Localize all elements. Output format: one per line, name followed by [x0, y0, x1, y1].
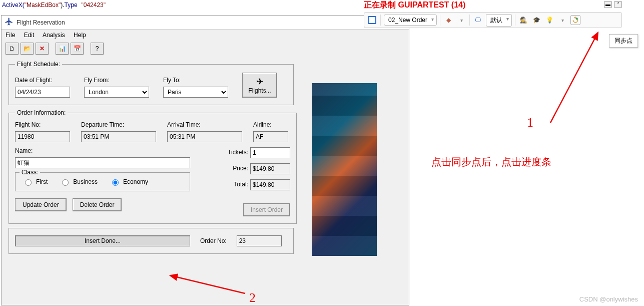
- open-button[interactable]: 📂: [21, 43, 34, 55]
- update-order-button[interactable]: Update Order: [15, 198, 67, 211]
- flight-schedule-legend: Flight Schedule:: [15, 61, 62, 68]
- price-label: Price:: [218, 165, 248, 172]
- total-field: [250, 179, 290, 190]
- menubar: File Edit Analysis Help: [2, 30, 409, 41]
- calendar-button[interactable]: 📅: [71, 43, 84, 55]
- monitor-icon[interactable]: 🖵: [473, 15, 483, 25]
- titlebar[interactable]: Flight Reservation —: [2, 16, 409, 30]
- order-information-group: Order Information: Flight No: Departure …: [9, 109, 297, 224]
- radio-economy[interactable]: Economy: [110, 178, 148, 186]
- name-input[interactable]: [15, 157, 190, 168]
- from-label: Fly From:: [84, 77, 149, 84]
- dep-label: Departure Time:: [81, 121, 156, 128]
- chart-button[interactable]: 📊: [56, 43, 69, 55]
- recording-header-buttons: ▬ ˄: [604, 1, 622, 8]
- action-combo[interactable]: 02_New Order: [384, 15, 437, 26]
- collage-image: [312, 83, 377, 256]
- progress-group: Insert Done... Order No:: [9, 228, 294, 254]
- sync-point-button[interactable]: [570, 15, 580, 25]
- annotation-text: 点击同步点后，点击进度条: [431, 155, 551, 169]
- flights-button[interactable]: ✈ Flights...: [242, 73, 277, 98]
- arr-label: Arrival Time:: [167, 121, 242, 128]
- stop-recording-button[interactable]: [367, 15, 377, 25]
- delete-button[interactable]: ✕: [36, 43, 49, 55]
- insert-order-button[interactable]: Insert Order: [243, 203, 290, 216]
- tickets-input[interactable]: [250, 147, 290, 158]
- annotation-2: 2: [249, 290, 256, 305]
- total-label: Total:: [218, 181, 248, 188]
- progress-bar[interactable]: Insert Done...: [15, 235, 190, 246]
- flightno-label: Flight No:: [15, 121, 70, 128]
- dropdown-icon[interactable]: ▾: [456, 15, 466, 25]
- flight-schedule-group: Flight Schedule: Date of Flight: Fly Fro…: [9, 61, 294, 105]
- to-select[interactable]: Paris: [163, 87, 228, 98]
- airline-label: Airline:: [253, 121, 288, 128]
- flight-reservation-window: Flight Reservation — File Edit Analysis …: [1, 15, 409, 305]
- to-label: Fly To:: [163, 77, 228, 84]
- collapse-button[interactable]: ˄: [614, 1, 622, 8]
- name-label: Name:: [15, 147, 190, 154]
- annotation-1: 1: [527, 115, 533, 130]
- svg-point-0: [576, 18, 578, 20]
- menu-help[interactable]: Help: [74, 32, 86, 39]
- window-title: Flight Reservation: [17, 19, 389, 26]
- airline-field: [253, 131, 288, 142]
- menu-file[interactable]: File: [6, 32, 15, 39]
- radio-first[interactable]: First: [23, 178, 48, 186]
- menu-edit[interactable]: Edit: [24, 32, 35, 39]
- class-group: Class: First Business Economy: [15, 172, 190, 191]
- order-legend: Order Information:: [15, 109, 68, 116]
- recording-header: 正在录制 GUIPARTEST (14): [364, 0, 465, 11]
- svg-line-1: [550, 33, 598, 123]
- class-legend: Class:: [20, 169, 40, 176]
- spy-icon[interactable]: 🕵: [518, 15, 528, 25]
- menu-analysis[interactable]: Analysis: [43, 32, 65, 39]
- dropdown2-icon[interactable]: ▾: [557, 15, 567, 25]
- new-button[interactable]: 🗋: [6, 43, 19, 55]
- from-select[interactable]: London: [84, 87, 149, 98]
- arrow-1: [535, 28, 610, 128]
- arr-field: [167, 131, 242, 142]
- price-field: [250, 163, 290, 174]
- app-icon: [5, 17, 14, 28]
- recording-toolbar: 02_New Order ◆ ▾ 🖵 默认 🕵 🎓 💡 ▾: [364, 12, 622, 28]
- orderno-label: Order No:: [200, 237, 227, 244]
- date-input[interactable]: [15, 87, 70, 98]
- orderno-field: [237, 235, 282, 246]
- bulb-icon[interactable]: 💡: [544, 15, 554, 25]
- sync-tooltip: 同步点: [609, 34, 638, 48]
- help-button[interactable]: ?: [91, 43, 104, 55]
- default-combo[interactable]: 默认: [486, 14, 512, 27]
- code-snippet: ActiveX("MaskEdBox").Type "042423": [0, 0, 644, 10]
- dock-button[interactable]: ▬: [604, 1, 612, 8]
- radio-business[interactable]: Business: [60, 178, 98, 186]
- flightno-field: [15, 131, 70, 142]
- toolbar: 🗋 📂 ✕ 📊 📅 ?: [2, 41, 409, 57]
- hat-icon[interactable]: 🎓: [531, 15, 541, 25]
- dep-field: [81, 131, 156, 142]
- tickets-label: Tickets:: [218, 149, 248, 156]
- watermark: CSDN @onlywishes: [579, 295, 638, 303]
- airplane-icon: ✈: [256, 76, 264, 87]
- delete-order-button[interactable]: Delete Order: [73, 198, 122, 211]
- date-label: Date of Flight:: [15, 77, 70, 84]
- package-icon[interactable]: ◆: [443, 15, 453, 25]
